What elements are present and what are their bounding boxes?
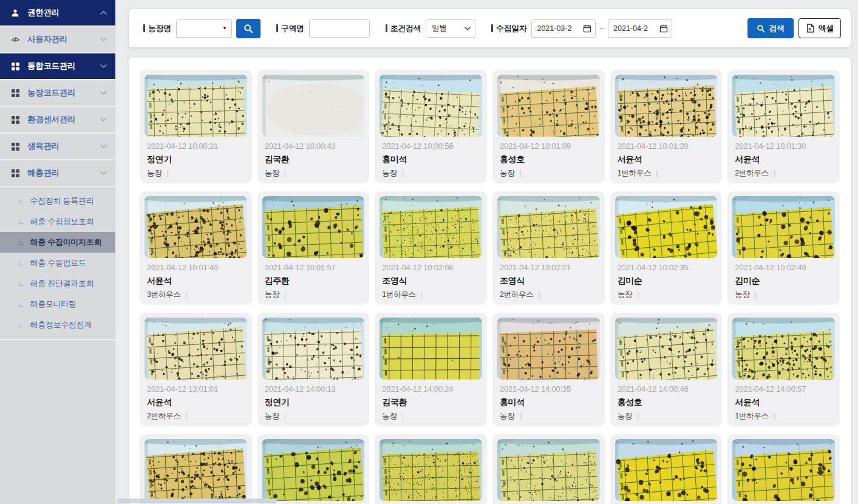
image-card[interactable]: 2021-04-12 10:02:49김미순농장|	[727, 191, 840, 305]
image-card[interactable]: 2021-04-12 10:02:35김미순농장|	[610, 191, 723, 305]
date-from-input[interactable]: 2021-03-2	[531, 19, 596, 38]
trap-photo[interactable]	[497, 75, 600, 137]
date-to-input[interactable]: 2021-04-2	[608, 19, 672, 38]
sidebar-subitem-5[interactable]: ∟해충모니터링	[0, 294, 115, 315]
sidebar-subitem-4[interactable]: ∟해충 진단결과조회	[0, 273, 115, 294]
condition-filter-group: 조건검색 일별	[386, 19, 475, 38]
trap-photo[interactable]	[262, 439, 365, 501]
image-card[interactable]: 2021-04-12 14:01:44조영식	[375, 434, 487, 504]
capture-timestamp: 2021-04-12 10:02:35	[618, 263, 715, 272]
date-label: 수집일자	[491, 23, 526, 34]
trap-photo[interactable]	[497, 439, 600, 501]
trap-photo[interactable]	[615, 318, 718, 380]
condition-select[interactable]: 일별	[426, 19, 475, 38]
trap-photo[interactable]	[145, 196, 247, 258]
trap-photo[interactable]	[732, 439, 835, 501]
farmer-name: 홍미석	[500, 397, 598, 408]
trap-photo[interactable]	[497, 196, 600, 258]
farmer-name: 김주환	[265, 276, 363, 287]
trap-photo[interactable]	[262, 318, 365, 380]
image-card[interactable]: 2021-04-12 14:00:13정연기농장|	[257, 313, 370, 426]
image-card[interactable]: 2021-04-12 10:01:09홍성호농장|	[492, 70, 605, 183]
image-card[interactable]: 2021-04-12 10:00:31정연기농장|	[140, 70, 252, 183]
trap-photo[interactable]	[380, 75, 482, 137]
sidebar-item-label: 권한관리	[27, 7, 60, 18]
image-card[interactable]: 2021-04-12 14:01:58조영식	[492, 434, 605, 504]
image-card[interactable]: 2021-04-12 14:02:12김미순	[610, 434, 723, 504]
sidebar-sub-list: ∟수집장치 등록관리∟해충 수집정보조회∟해충 수집이미지조회∟해충 수동업로드…	[0, 187, 115, 340]
calendar-icon[interactable]	[659, 24, 668, 33]
sidebar-subitem-0[interactable]: ∟수집장치 등록관리	[0, 191, 115, 211]
capture-timestamp: 2021-04-12 14:00:46	[618, 384, 715, 393]
location-label: 농장	[147, 169, 162, 177]
condition-label-text: 조건검색	[390, 23, 421, 34]
image-card[interactable]: 2021-04-12 10:01:40서윤석3번하우스|	[140, 191, 252, 305]
sidebar-subitem-1[interactable]: ∟해충 수집정보조회	[0, 211, 115, 232]
trap-photo[interactable]	[145, 75, 247, 137]
image-card[interactable]: 2021-04-12 14:01:19서윤석	[140, 434, 252, 504]
image-card[interactable]: 2021-04-12 13:01:01서윤석2번하우스|	[140, 313, 252, 426]
chevron-down-icon	[100, 117, 107, 122]
trap-photo[interactable]	[380, 439, 482, 501]
image-card[interactable]: 2021-04-12 10:01:20서윤석1번하우스|	[610, 70, 723, 183]
sidebar-item-4[interactable]: 환경센서관리	[0, 107, 115, 134]
trap-photo[interactable]	[497, 318, 600, 380]
trap-photo[interactable]	[732, 196, 835, 258]
user-icon	[9, 9, 21, 17]
image-card[interactable]: 2021-04-12 10:00:43김국환농장|	[257, 70, 370, 183]
trap-photo[interactable]	[145, 318, 247, 380]
image-card[interactable]: 2021-04-12 10:02:21조영식2번하우스|	[492, 191, 605, 305]
sidebar-item-0[interactable]: 권한관리	[0, 0, 115, 27]
grid-icon	[9, 169, 21, 177]
farm-search-icon-button[interactable]	[236, 19, 260, 38]
sidebar-item-5[interactable]: 생육관리	[0, 134, 115, 160]
trap-photo[interactable]	[615, 196, 718, 258]
trap-photo[interactable]	[380, 318, 482, 380]
image-card[interactable]: 2021-04-12 10:02:08조영식1번하우스|	[375, 191, 487, 305]
capture-timestamp: 2021-04-12 14:00:13	[265, 384, 363, 393]
image-card[interactable]: 2021-04-12 10:00:56홍미석농장|	[375, 70, 487, 183]
sidebar-item-1[interactable]: </>사용자관리	[0, 27, 115, 53]
location-divider: |	[637, 290, 639, 299]
image-card[interactable]: 2021-04-12 10:01:57김주환농장|	[257, 191, 370, 305]
image-card[interactable]: 2021-04-12 14:02:26김미순	[727, 434, 840, 504]
trap-photo[interactable]	[145, 439, 247, 501]
image-card[interactable]: 2021-04-12 14:00:35홍미석농장|	[492, 313, 605, 426]
trap-photo[interactable]	[732, 318, 835, 380]
sidebar-item-label: 사용자관리	[27, 34, 67, 45]
image-card[interactable]: 2021-04-12 14:00:46홍성호농장|	[610, 313, 723, 426]
image-card[interactable]: 2021-04-12 14:00:24김국환농장|	[375, 313, 487, 426]
image-card[interactable]: 2021-04-12 14:00:57서윤석1번하우스|	[727, 313, 840, 426]
sidebar-subitem-6[interactable]: ∟해충정보수집집계	[0, 315, 115, 335]
location-line: 1번하우스|	[735, 411, 832, 421]
trap-photo[interactable]	[615, 75, 718, 137]
location-line: 1번하우스|	[618, 168, 715, 179]
sub-corner-icon: ∟	[18, 321, 24, 329]
farm-select[interactable]: ▼	[176, 19, 232, 38]
image-card[interactable]: 2021-04-12 14:01:34김주환	[257, 434, 370, 504]
trap-photo[interactable]	[615, 439, 718, 501]
calendar-icon[interactable]	[583, 24, 591, 33]
capture-timestamp: 2021-04-12 14:00:57	[735, 384, 832, 393]
search-button-label: 검색	[769, 23, 784, 34]
trap-photo[interactable]	[732, 75, 835, 137]
sidebar-item-6[interactable]: 해충관리	[0, 160, 115, 187]
search-icon	[757, 24, 765, 33]
sidebar-subitem-3[interactable]: ∟해충 수동업로드	[0, 253, 115, 273]
trap-photo[interactable]	[380, 196, 482, 258]
horizontal-scrollbar-thumb[interactable]	[117, 499, 277, 503]
location-label: 1번하우스	[382, 290, 415, 299]
search-button[interactable]: 검색	[747, 18, 793, 38]
farmer-name: 서윤석	[735, 154, 832, 165]
image-card[interactable]: 2021-04-12 10:01:30서윤석2번하우스|	[727, 70, 840, 183]
sidebar-subitem-2[interactable]: ∟해충 수집이미지조회	[0, 232, 115, 253]
sidebar-item-2[interactable]: 통합코드관리	[0, 53, 115, 80]
sidebar-item-3[interactable]: 농장코드관리	[0, 80, 115, 107]
trap-photo[interactable]	[262, 196, 365, 258]
zone-input[interactable]	[309, 19, 370, 38]
trap-photo[interactable]	[262, 75, 365, 137]
excel-button-label: 엑셀	[819, 23, 834, 34]
label-bar	[386, 24, 387, 32]
excel-button[interactable]: x 엑셀	[798, 18, 841, 38]
sidebar-subitem-label: 해충 수동업로드	[30, 257, 86, 268]
